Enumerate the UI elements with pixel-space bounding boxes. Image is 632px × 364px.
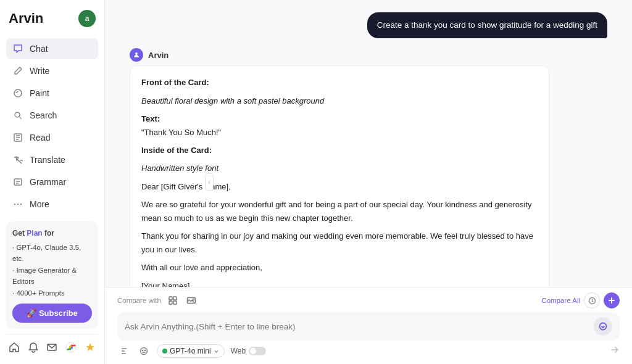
compare-right-icons [584,292,620,308]
svg-point-4 [14,204,15,205]
main-content: Create a thank you card to show gratitud… [105,0,632,364]
promo-title: Get Plan for [12,228,92,239]
svg-point-1 [15,112,20,117]
text-heading: Text: [141,114,160,123]
svg-rect-15 [169,297,172,300]
send-arrow-button[interactable] [610,345,620,357]
svg-point-0 [14,89,22,97]
translate-label: Translate [30,155,65,165]
para2: Thank you for sharing in our joy and mak… [141,230,538,256]
ai-sender: Arvin [130,48,607,62]
sidebar-item-grammar[interactable]: Grammar [6,172,98,192]
compare-label: Compare with [117,297,161,304]
chat-messages: Create a thank you card to show gratitud… [105,0,632,287]
svg-point-23 [141,348,148,355]
promo-list: GPT-4o, Claude 3.5, etc. Image Generator… [12,242,92,299]
ai-name: Arvin [148,51,168,60]
compare-grid-button[interactable] [166,294,180,307]
send-button[interactable] [594,317,612,336]
more-icon [12,199,23,210]
sidebar-collapse-button[interactable]: ‹ [205,173,214,191]
search-icon [12,110,23,121]
promo-item-3: 4000+ Prompts [12,287,92,299]
mail-icon[interactable] [46,341,58,354]
chat-input[interactable] [125,322,589,331]
svg-rect-18 [173,301,177,304]
home-icon[interactable] [9,341,20,354]
read-icon [12,132,23,143]
add-compare-button[interactable] [604,292,620,308]
svg-point-25 [144,350,146,351]
front-design: Beautiful floral design with a soft past… [141,96,324,105]
svg-rect-16 [173,297,177,300]
para1: We are so grateful for your wonderful gi… [141,198,538,225]
sidebar-item-search[interactable]: Search [6,105,98,126]
model-selector[interactable]: GPT-4o mini [157,344,225,358]
svg-point-22 [600,323,607,330]
bell-icon[interactable] [28,341,40,354]
bottom-panel: Compare with Compare All [105,287,632,364]
promo-highlight: Plan [27,229,42,238]
ai-response-content: Front of the Card: Beautiful floral desi… [130,65,549,287]
search-label: Search [30,110,57,120]
format-button[interactable] [117,345,131,357]
grammar-label: Grammar [30,177,66,187]
compare-icons [166,294,198,307]
translate-icon [12,154,23,165]
read-label: Read [30,133,50,143]
nav-menu: Chat Write Paint Search [6,38,98,215]
paint-label: Paint [30,88,49,98]
grammar-icon [12,176,23,188]
emoji-button[interactable] [137,345,151,357]
sidebar-item-paint[interactable]: Paint [6,83,98,104]
svg-point-24 [142,350,143,351]
promo-item-1: GPT-4o, Claude 3.5, etc. [12,242,92,265]
more-label: More [30,199,49,209]
closing: With all our love and appreciation, [141,261,538,274]
model-label: GPT-4o mini [170,347,211,355]
paint-icon [12,88,23,99]
sidebar-item-translate[interactable]: Translate [6,149,98,170]
ai-avatar [130,48,143,62]
bookmark-icon[interactable] [84,341,96,354]
avatar-button[interactable]: a [78,10,96,27]
compare-row: Compare with Compare All [117,292,620,308]
web-toggle-track[interactable] [249,347,266,355]
chat-icon [12,43,23,54]
sidebar-item-write[interactable]: Write [6,60,98,81]
dear-line: Dear [Gift Giver's Name], [141,180,538,193]
sidebar-item-chat[interactable]: Chat [6,38,98,59]
sidebar-item-read[interactable]: Read [6,127,98,148]
front-heading: Front of the Card: [141,78,209,87]
subscribe-button[interactable]: 🚀 Subscribe [12,304,92,323]
web-toggle-container[interactable]: Web [231,347,266,355]
app-title: Arvin [9,10,43,27]
inside-heading: Inside of the Card: [141,146,212,155]
web-toggle-thumb [250,348,256,354]
svg-rect-17 [169,301,172,304]
compare-all-link[interactable]: Compare All [541,297,580,304]
ai-message-wrapper: Arvin Front of the Card: Beautiful flora… [130,48,607,287]
user-message: Create a thank you card to show gratitud… [367,12,607,38]
sidebar: Arvin a Chat Write Paint [0,0,105,364]
names: [Your Names] [141,279,538,287]
bottom-options-row: GPT-4o mini Web [117,344,620,358]
compare-image-button[interactable] [185,294,198,307]
svg-point-20 [193,299,194,300]
promo-block: Get Plan for GPT-4o, Claude 3.5, etc. Im… [6,221,98,329]
svg-point-6 [20,204,22,205]
sidebar-footer [6,334,98,354]
inside-font: Handwritten style font [141,163,218,173]
history-button[interactable] [584,292,600,308]
write-icon [12,65,23,77]
svg-point-10 [135,52,138,55]
write-label: Write [30,66,49,76]
model-status-dot [162,349,167,354]
sidebar-header: Arvin a [6,10,98,27]
svg-rect-3 [14,179,22,185]
chrome-icon[interactable] [65,341,77,354]
text-value: "Thank You So Much!" [141,128,221,137]
chat-label: Chat [30,44,48,54]
sidebar-item-more[interactable]: More [6,194,98,215]
chat-input-container [117,312,620,341]
